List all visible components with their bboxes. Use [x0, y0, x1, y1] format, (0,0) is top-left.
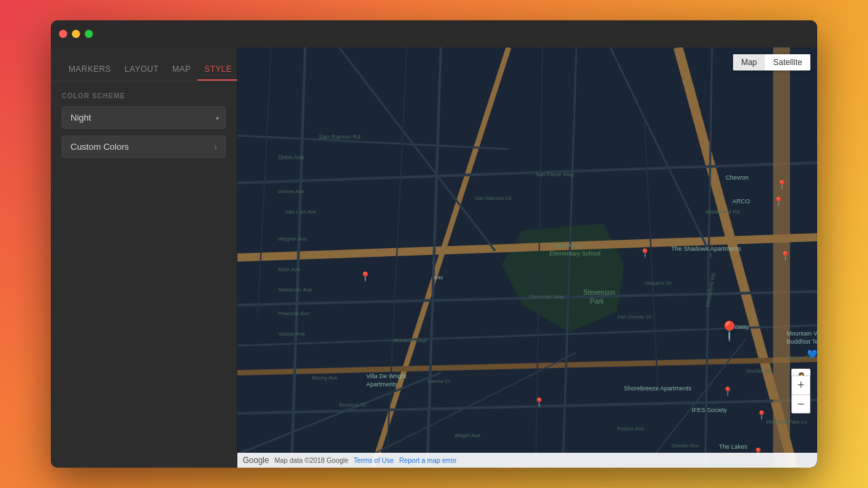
- map-type-satellite-button[interactable]: Satellite: [765, 54, 810, 70]
- svg-text:Montecito Ave: Montecito Ave: [278, 287, 313, 293]
- map-data-text: Map data ©2018 Google: [275, 457, 349, 464]
- map-container[interactable]: Drew Ave San Ramon Rd San Marcos Cir San…: [237, 47, 817, 468]
- svg-text:San Marcos Cir: San Marcos Cir: [475, 195, 512, 201]
- tab-markers[interactable]: MARKERS: [62, 64, 118, 81]
- svg-text:Apartments: Apartments: [366, 381, 398, 388]
- sidebar: MARKERS LAYOUT MAP STYLE COLOR SCHEME Ni…: [51, 47, 237, 468]
- color-scheme-label: COLOR SCHEME: [62, 92, 226, 100]
- svg-text:San Pierre Way: San Pierre Way: [536, 171, 574, 178]
- svg-text:Middlefield Rd: Middlefield Rd: [705, 209, 740, 215]
- svg-text:ARCO: ARCO: [732, 198, 750, 205]
- svg-text:San Luis Ave: San Luis Ave: [285, 209, 317, 215]
- map-svg: Drew Ave San Ramon Rd San Marcos Cir San…: [237, 47, 817, 468]
- svg-text:Park: Park: [590, 298, 605, 305]
- chevron-right-icon: ›: [214, 142, 217, 152]
- tab-style[interactable]: STYLE: [197, 64, 239, 81]
- main-pin-marker: 📍: [717, 320, 741, 342]
- window-body: MARKERS LAYOUT MAP STYLE COLOR SCHEME Ni…: [51, 47, 817, 468]
- svg-text:Wagner Ave: Wagner Ave: [278, 236, 308, 242]
- svg-text:Buddhist Temple: Buddhist Temple: [787, 338, 817, 345]
- svg-text:Windmill Park Ln: Windmill Park Ln: [766, 419, 807, 425]
- traffic-lights: [59, 30, 93, 38]
- tab-layout[interactable]: LAYOUT: [118, 64, 165, 81]
- svg-text:Chevron: Chevron: [726, 174, 749, 181]
- svg-text:Beatrice Ct: Beatrice Ct: [339, 402, 366, 408]
- svg-text:ents: ents: [434, 275, 443, 280]
- maximize-button[interactable]: [85, 30, 93, 38]
- titlebar: [51, 20, 817, 47]
- svg-text:Mountain View: Mountain View: [787, 330, 817, 337]
- info-pin-villa: 📍: [534, 397, 545, 407]
- svg-text:San Ramon Rd: San Ramon Rd: [319, 134, 361, 140]
- map-type-map-button[interactable]: Map: [733, 54, 765, 70]
- info-pin-ifes: 📍: [756, 410, 767, 420]
- svg-text:Elementary School: Elementary School: [549, 250, 601, 257]
- color-scheme-select[interactable]: Night Day Retro Custom: [62, 106, 226, 129]
- tab-bar: MARKERS LAYOUT MAP STYLE: [51, 47, 237, 81]
- svg-text:Elsie Ave: Elsie Ave: [278, 266, 300, 272]
- sidebar-content: COLOR SCHEME Night Day Retro Custom ▾ Cu…: [51, 81, 237, 468]
- svg-text:Villa De Wright: Villa De Wright: [366, 373, 407, 380]
- app-window: MARKERS LAYOUT MAP STYLE COLOR SCHEME Ni…: [51, 20, 817, 468]
- color-scheme-dropdown-wrapper: Night Day Retro Custom ▾: [62, 106, 226, 129]
- svg-text:Canna Ct: Canna Ct: [427, 378, 451, 384]
- zoom-in-button[interactable]: +: [791, 375, 810, 394]
- info-pin-shadows: 📍: [780, 251, 791, 261]
- svg-text:Sheflin Rd: Sheflin Rd: [746, 368, 771, 374]
- report-link[interactable]: Report a map error: [399, 457, 456, 464]
- svg-text:Ormonde Way: Ormonde Way: [529, 293, 564, 300]
- tab-map[interactable]: MAP: [165, 64, 198, 81]
- map-type-toggle: Map Satellite: [733, 54, 810, 70]
- svg-text:Montecito Ave: Montecito Ave: [393, 338, 428, 344]
- terms-link[interactable]: Terms of Use: [354, 457, 394, 464]
- info-pin-temple: 💙: [807, 349, 817, 359]
- info-pin-arco: 📍: [773, 197, 784, 207]
- zoom-controls: + −: [791, 375, 810, 413]
- svg-text:Drew Ave: Drew Ave: [278, 154, 304, 161]
- zoom-out-button[interactable]: −: [791, 394, 810, 413]
- svg-text:Bonny Ave: Bonny Ave: [312, 375, 338, 381]
- svg-text:Stevenson: Stevenson: [583, 289, 615, 296]
- svg-text:Vaquero Dr: Vaquero Dr: [644, 280, 672, 286]
- info-pin-chevron: 📍: [776, 180, 787, 190]
- svg-text:Wright Ave: Wright Ave: [454, 432, 481, 439]
- svg-text:Gemini Ave: Gemini Ave: [671, 443, 699, 449]
- svg-text:Shorebreeze Apartments: Shorebreeze Apartments: [624, 385, 692, 392]
- svg-text:Doane Ave: Doane Ave: [278, 188, 305, 195]
- svg-text:The Shadows Apartments: The Shadows Apartments: [671, 245, 742, 252]
- google-logo: Google: [243, 455, 269, 465]
- svg-text:Polaris Ave: Polaris Ave: [617, 426, 644, 432]
- close-button[interactable]: [59, 30, 67, 38]
- map-footer: Google Map data ©2018 Google Terms of Us…: [237, 453, 817, 468]
- svg-text:San Domar Dr: San Domar Dr: [617, 314, 652, 320]
- info-pin-1: 📍: [359, 271, 371, 282]
- info-pin-school: 📍: [639, 248, 650, 258]
- info-pin-shorebreeze: 📍: [722, 386, 733, 396]
- svg-text:The Lakes: The Lakes: [719, 443, 748, 450]
- svg-text:Peacock Ave: Peacock Ave: [278, 310, 310, 317]
- svg-text:IFES Society: IFES Society: [692, 407, 728, 413]
- minimize-button[interactable]: [72, 30, 80, 38]
- custom-colors-label: Custom Colors: [71, 142, 129, 152]
- custom-colors-row[interactable]: Custom Colors ›: [62, 136, 226, 158]
- svg-text:Vassar Ave: Vassar Ave: [278, 331, 305, 337]
- svg-text:Theuerkauf: Theuerkauf: [549, 242, 580, 249]
